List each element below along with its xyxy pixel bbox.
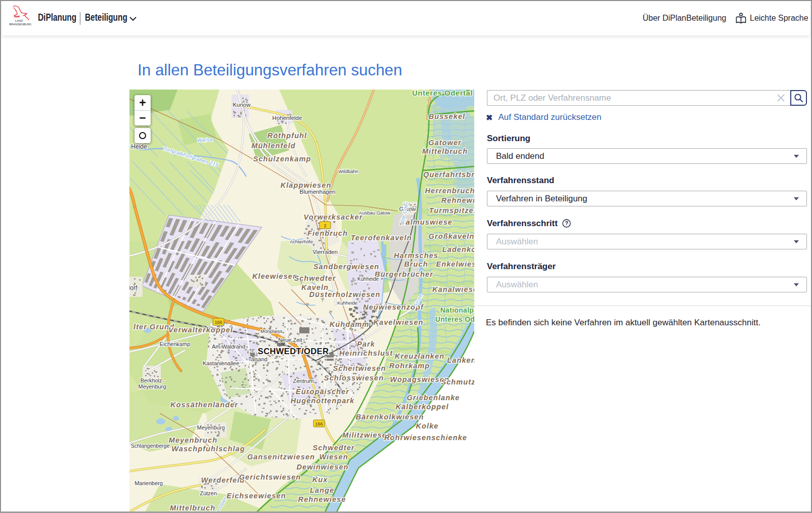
svg-text:Heinrichslust: Heinrichslust [339, 349, 393, 357]
svg-text:Düsterholzwiesen: Düsterholzwiesen [309, 290, 381, 298]
svg-text:Bussekel: Bussekel [429, 112, 465, 120]
svg-text:Schulzenkamp: Schulzenkamp [253, 155, 311, 163]
svg-text:Gerichtswiesen: Gerichtswiesen [239, 473, 301, 481]
svg-text:Scheitwiesen: Scheitwiesen [333, 364, 386, 372]
svg-text:rsdorf: rsdorf [129, 284, 138, 291]
svg-text:Vorwerksacker: Vorwerksacker [304, 213, 363, 221]
svg-text:er Heide: er Heide [129, 143, 147, 150]
svg-text:Hohenfelde: Hohenfelde [273, 115, 302, 121]
svg-text:Park: Park [357, 340, 375, 348]
svg-text:Unteres Ode: Unteres Ode [435, 315, 474, 323]
svg-text:Bürgerbrücher: Bürgerbrücher [375, 270, 433, 278]
svg-text:Ausbau Gatow: Ausbau Gatow [359, 210, 390, 216]
svg-text:Schmutzl: Schmutzl [441, 378, 474, 386]
svg-text:Nationalpa: Nationalpa [440, 306, 474, 314]
svg-text:Röthpfuhl: Röthpfuhl [267, 132, 307, 140]
svg-text:Teerofenkaveln: Teerofenkaveln [350, 234, 412, 242]
svg-text:Kastanienallee: Kastanienallee [203, 360, 239, 366]
svg-text:Kuhheide: Kuhheide [337, 300, 357, 306]
svg-text:Hugenottenpark: Hugenottenpark [291, 397, 355, 405]
svg-text:Schwedter: Schwedter [294, 274, 336, 282]
svg-text:Fienbruch: Fienbruch [307, 229, 348, 237]
svg-text:Mühlenfeld: Mühlenfeld [251, 142, 296, 150]
svg-text:Mittelbruch: Mittelbruch [170, 504, 215, 512]
svg-text:Bärenkolkwiesen: Bärenkolkwiesen [356, 413, 424, 421]
svg-text:Kanalwiese: Kanalwiese [432, 285, 474, 293]
svg-text:Lankenb: Lankenb [447, 356, 474, 364]
svg-text:Verwalterkoppel: Verwalterkoppel [168, 326, 233, 334]
svg-text:Querfahrtsbru: Querfahrtsbru [423, 170, 474, 179]
svg-text:Bruch: Bruch [404, 260, 428, 268]
svg-text:Kunow: Kunow [233, 102, 251, 108]
svg-text:Unteres Odertal: Unteres Odertal [412, 90, 473, 97]
svg-text:166: 166 [214, 320, 222, 325]
svg-text:Kuhheide: Kuhheide [357, 276, 379, 282]
svg-text:Blumenhagen: Blumenhagen [300, 189, 336, 195]
svg-text:Schlangenberge: Schlangenberge [131, 443, 170, 449]
svg-text:166: 166 [315, 421, 323, 426]
svg-text:Schlosswiesen: Schlosswiesen [324, 374, 384, 382]
svg-text:Welse: Welse [197, 137, 213, 143]
svg-text:Europäischer: Europäischer [296, 388, 349, 396]
svg-text:Kuhdamm: Kuhdamm [330, 320, 370, 328]
svg-text:Wildbahn: Wildbahn [338, 168, 358, 174]
svg-text:Wiesen: Wiesen [319, 453, 348, 461]
svg-text:Talsand: Talsand [248, 356, 267, 362]
svg-text:Mittelbruch: Mittelbruch [422, 147, 468, 155]
svg-text:Kreuzlanken: Kreuzlanken [395, 352, 444, 360]
svg-text:Gansenitzwiesen: Gansenitzwiesen [247, 453, 315, 461]
svg-text:Harmsches: Harmsches [394, 251, 438, 260]
svg-text:Neue Zeit: Neue Zeit [278, 337, 302, 343]
svg-text:Monplaisir: Monplaisir [260, 328, 282, 334]
svg-text:Gatower: Gatower [428, 139, 462, 147]
svg-text:Kälberkoppel: Kälberkoppel [395, 403, 448, 411]
svg-text:Kleewiesen: Kleewiesen [252, 272, 298, 280]
svg-text:Zentrum: Zentrum [293, 378, 314, 384]
svg-text:Rohrwiesenschienke: Rohrwiesenschienke [384, 434, 467, 442]
svg-text:Griebenlanke: Griebenlanke [407, 394, 460, 402]
svg-text:Kavelwiesen: Kavelwiesen [373, 318, 423, 326]
svg-text:Eichenkamp: Eichenkamp [160, 341, 191, 347]
svg-text:Eichseewiesen: Eichseewiesen [227, 492, 286, 500]
svg-text:Meyenburg: Meyenburg [197, 424, 224, 431]
svg-text:Turmspitzer: Turmspitzer [429, 206, 474, 215]
svg-text:LAND: LAND [15, 19, 23, 22]
svg-text:Kossäthenländer: Kossäthenländer [170, 401, 238, 409]
svg-text:Großkaveln: Großkaveln [429, 232, 474, 240]
svg-text:BRANDENBURG: BRANDENBURG [9, 23, 31, 26]
svg-text:Kalmuswiese: Kalmuswiese [400, 218, 453, 226]
svg-text:Kux: Kux [312, 476, 328, 484]
svg-text:2: 2 [324, 223, 326, 228]
svg-text:?: ? [565, 220, 568, 226]
svg-text:Enkelwiese: Enkelwiese [436, 260, 474, 268]
svg-text:Klappwiesen: Klappwiesen [281, 181, 332, 189]
svg-text:Rehnewiese: Rehnewiese [298, 495, 346, 503]
svg-text:Lange: Lange [310, 486, 334, 494]
svg-text:Meyenburg: Meyenburg [138, 383, 166, 390]
svg-text:Kolke: Kolke [416, 422, 439, 430]
svg-text:Waschpfuhlschlag: Waschpfuhlschlag [171, 445, 245, 453]
svg-text:Vierraden: Vierraden [312, 249, 338, 255]
svg-text:Ladenkol: Ladenkol [442, 245, 474, 253]
svg-text:Achterhöfe: Achterhöfe [290, 239, 313, 244]
svg-text:Wopagswiesen: Wopagswiesen [390, 375, 449, 383]
svg-text:Sandbergwiesen: Sandbergwiesen [313, 263, 380, 271]
svg-text:Schwedter: Schwedter [312, 444, 354, 452]
svg-text:Zützen: Zützen [200, 490, 217, 496]
svg-text:Marienberg: Marienberg [134, 480, 163, 486]
svg-text:Rohrkamp: Rohrkamp [389, 362, 430, 370]
svg-text:Berkholz-: Berkholz- [141, 377, 164, 383]
svg-text:Meyenbruch: Meyenbruch [169, 436, 217, 444]
svg-text:Herrenbruch: Herrenbruch [425, 187, 474, 195]
svg-text:Werderfeld: Werderfeld [201, 476, 245, 484]
svg-text:SCHWEDT/ODER: SCHWEDT/ODER [258, 347, 329, 356]
svg-text:Am Waldrand: Am Waldrand [212, 344, 245, 350]
svg-text:Rehnewie: Rehnewie [441, 196, 474, 204]
svg-text:Dewinwiesen: Dewinwiesen [296, 463, 348, 471]
